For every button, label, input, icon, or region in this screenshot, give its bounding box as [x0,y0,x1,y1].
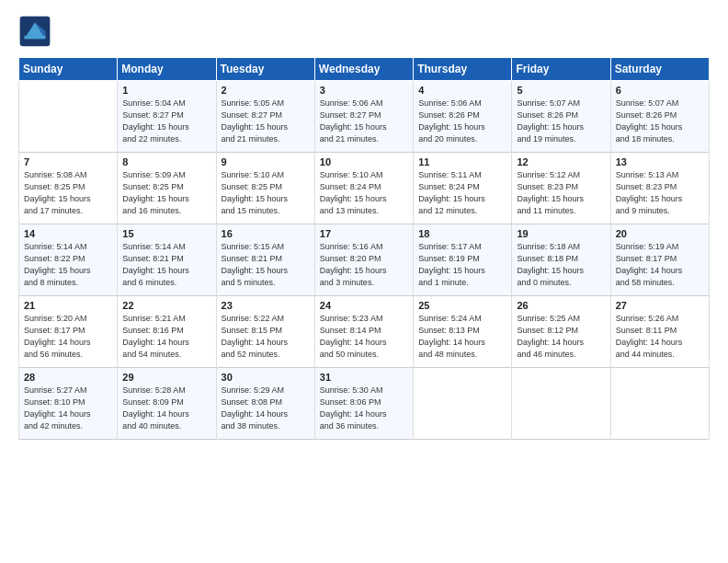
header [18,15,710,48]
day-info: Sunrise: 5:14 AM Sunset: 8:21 PM Dayligh… [122,241,210,289]
calendar-cell: 20Sunrise: 5:19 AM Sunset: 8:17 PM Dayli… [610,224,709,296]
day-number: 2 [222,85,310,96]
day-info: Sunrise: 5:19 AM Sunset: 8:17 PM Dayligh… [616,241,704,289]
day-number: 1 [122,85,210,96]
calendar-cell: 23Sunrise: 5:22 AM Sunset: 8:15 PM Dayli… [216,296,314,368]
day-number: 16 [222,228,310,239]
day-number: 6 [616,85,704,96]
calendar-cell: 2Sunrise: 5:05 AM Sunset: 8:27 PM Daylig… [216,81,314,153]
calendar-cell: 12Sunrise: 5:12 AM Sunset: 8:23 PM Dayli… [512,153,610,224]
calendar-week-row: 14Sunrise: 5:14 AM Sunset: 8:22 PM Dayli… [19,224,710,296]
day-number: 22 [122,300,210,311]
calendar-week-row: 7Sunrise: 5:08 AM Sunset: 8:25 PM Daylig… [19,153,710,224]
calendar-cell: 18Sunrise: 5:17 AM Sunset: 8:19 PM Dayli… [414,224,512,296]
day-info: Sunrise: 5:25 AM Sunset: 8:12 PM Dayligh… [517,313,605,361]
day-info: Sunrise: 5:17 AM Sunset: 8:19 PM Dayligh… [418,241,506,289]
day-info: Sunrise: 5:05 AM Sunset: 8:27 PM Dayligh… [222,98,310,145]
day-info: Sunrise: 5:06 AM Sunset: 8:26 PM Dayligh… [418,98,506,145]
calendar-cell: 1Sunrise: 5:04 AM Sunset: 8:27 PM Daylig… [118,81,216,153]
day-info: Sunrise: 5:15 AM Sunset: 8:21 PM Dayligh… [222,241,310,289]
calendar-cell: 30Sunrise: 5:29 AM Sunset: 8:08 PM Dayli… [216,368,314,440]
calendar-cell: 8Sunrise: 5:09 AM Sunset: 8:25 PM Daylig… [118,153,216,224]
calendar-cell [19,81,118,153]
day-info: Sunrise: 5:10 AM Sunset: 8:24 PM Dayligh… [320,169,408,217]
calendar-cell: 31Sunrise: 5:30 AM Sunset: 8:06 PM Dayli… [314,368,413,440]
day-info: Sunrise: 5:11 AM Sunset: 8:24 PM Dayligh… [418,169,506,217]
day-number: 13 [616,156,704,167]
day-info: Sunrise: 5:24 AM Sunset: 8:13 PM Dayligh… [418,313,506,361]
day-number: 30 [222,372,310,383]
day-info: Sunrise: 5:07 AM Sunset: 8:26 PM Dayligh… [517,98,605,145]
calendar-cell: 6Sunrise: 5:07 AM Sunset: 8:26 PM Daylig… [610,81,709,153]
day-number: 28 [24,372,112,383]
day-info: Sunrise: 5:16 AM Sunset: 8:20 PM Dayligh… [320,241,408,289]
calendar-cell: 3Sunrise: 5:06 AM Sunset: 8:27 PM Daylig… [314,81,413,153]
day-number: 27 [616,300,704,311]
day-info: Sunrise: 5:08 AM Sunset: 8:25 PM Dayligh… [24,169,112,217]
calendar-cell: 21Sunrise: 5:20 AM Sunset: 8:17 PM Dayli… [19,296,118,368]
calendar-cell: 4Sunrise: 5:06 AM Sunset: 8:26 PM Daylig… [414,81,512,153]
day-info: Sunrise: 5:09 AM Sunset: 8:25 PM Dayligh… [122,169,210,217]
calendar-week-row: 28Sunrise: 5:27 AM Sunset: 8:10 PM Dayli… [19,368,710,440]
logo [18,15,55,48]
calendar-cell: 27Sunrise: 5:26 AM Sunset: 8:11 PM Dayli… [610,296,709,368]
day-number: 21 [24,300,112,311]
calendar-cell: 19Sunrise: 5:18 AM Sunset: 8:18 PM Dayli… [512,224,610,296]
weekday-header: Monday [118,58,216,81]
calendar-cell: 15Sunrise: 5:14 AM Sunset: 8:21 PM Dayli… [118,224,216,296]
calendar-cell: 28Sunrise: 5:27 AM Sunset: 8:10 PM Dayli… [19,368,118,440]
day-number: 12 [517,156,605,167]
calendar-cell: 11Sunrise: 5:11 AM Sunset: 8:24 PM Dayli… [414,153,512,224]
day-number: 29 [122,372,210,383]
day-number: 26 [517,300,605,311]
day-number: 10 [320,156,408,167]
day-number: 17 [320,228,408,239]
day-info: Sunrise: 5:10 AM Sunset: 8:25 PM Dayligh… [222,169,310,217]
day-info: Sunrise: 5:30 AM Sunset: 8:06 PM Dayligh… [320,385,408,432]
svg-rect-3 [25,36,46,39]
day-info: Sunrise: 5:20 AM Sunset: 8:17 PM Dayligh… [24,313,112,361]
day-info: Sunrise: 5:22 AM Sunset: 8:15 PM Dayligh… [222,313,310,361]
day-number: 11 [418,156,506,167]
calendar-cell: 22Sunrise: 5:21 AM Sunset: 8:16 PM Dayli… [118,296,216,368]
day-number: 15 [122,228,210,239]
logo-icon [18,15,51,48]
day-info: Sunrise: 5:26 AM Sunset: 8:11 PM Dayligh… [616,313,704,361]
weekday-header: Wednesday [314,58,413,81]
calendar-cell [414,368,512,440]
calendar-cell: 26Sunrise: 5:25 AM Sunset: 8:12 PM Dayli… [512,296,610,368]
calendar-week-row: 21Sunrise: 5:20 AM Sunset: 8:17 PM Dayli… [19,296,710,368]
page: SundayMondayTuesdayWednesdayThursdayFrid… [0,0,728,449]
calendar-cell [512,368,610,440]
day-number: 5 [517,85,605,96]
calendar-cell: 7Sunrise: 5:08 AM Sunset: 8:25 PM Daylig… [19,153,118,224]
day-number: 4 [418,85,506,96]
calendar-cell [610,368,709,440]
day-number: 25 [418,300,506,311]
day-info: Sunrise: 5:18 AM Sunset: 8:18 PM Dayligh… [517,241,605,289]
day-number: 8 [122,156,210,167]
day-number: 31 [320,372,408,383]
weekday-header: Friday [512,58,610,81]
day-info: Sunrise: 5:07 AM Sunset: 8:26 PM Dayligh… [616,98,704,145]
weekday-header: Tuesday [216,58,314,81]
day-info: Sunrise: 5:21 AM Sunset: 8:16 PM Dayligh… [122,313,210,361]
day-info: Sunrise: 5:04 AM Sunset: 8:27 PM Dayligh… [122,98,210,145]
calendar-cell: 5Sunrise: 5:07 AM Sunset: 8:26 PM Daylig… [512,81,610,153]
calendar-table: SundayMondayTuesdayWednesdayThursdayFrid… [18,57,710,440]
day-number: 18 [418,228,506,239]
day-info: Sunrise: 5:23 AM Sunset: 8:14 PM Dayligh… [320,313,408,361]
calendar-cell: 9Sunrise: 5:10 AM Sunset: 8:25 PM Daylig… [216,153,314,224]
day-info: Sunrise: 5:13 AM Sunset: 8:23 PM Dayligh… [616,169,704,217]
calendar-cell: 10Sunrise: 5:10 AM Sunset: 8:24 PM Dayli… [314,153,413,224]
day-info: Sunrise: 5:12 AM Sunset: 8:23 PM Dayligh… [517,169,605,217]
weekday-header: Sunday [19,58,118,81]
day-number: 7 [24,156,112,167]
day-number: 23 [222,300,310,311]
day-number: 20 [616,228,704,239]
weekday-header-row: SundayMondayTuesdayWednesdayThursdayFrid… [19,58,710,81]
weekday-header: Thursday [414,58,512,81]
weekday-header: Saturday [610,58,709,81]
day-info: Sunrise: 5:29 AM Sunset: 8:08 PM Dayligh… [222,385,310,432]
calendar-cell: 17Sunrise: 5:16 AM Sunset: 8:20 PM Dayli… [314,224,413,296]
